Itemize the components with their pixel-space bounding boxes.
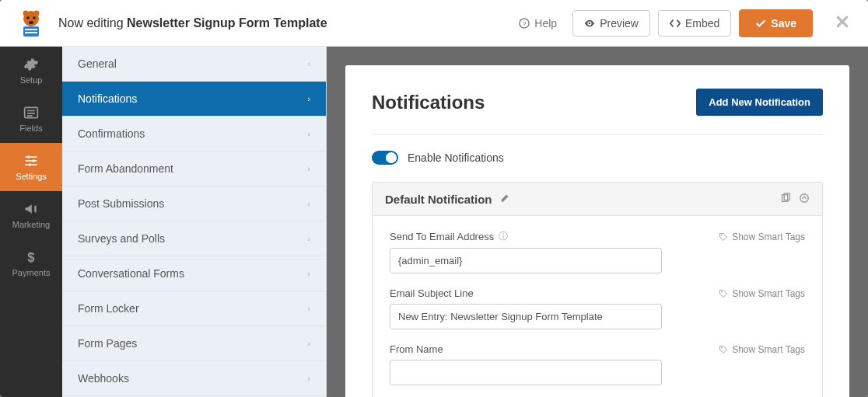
help-icon: ? bbox=[519, 18, 530, 29]
main-area: Notifications Add New Notification Enabl… bbox=[327, 47, 868, 397]
preview-button[interactable]: Preview bbox=[572, 10, 650, 37]
rail-item-marketing[interactable]: Marketing bbox=[0, 191, 62, 239]
collapse-icon[interactable] bbox=[799, 193, 810, 206]
dollar-icon: $ bbox=[23, 249, 39, 265]
chevron-right-icon: › bbox=[307, 94, 310, 103]
chevron-right-icon: › bbox=[307, 129, 310, 138]
enable-notifications-label: Enable Notifications bbox=[408, 151, 504, 164]
sidebar-item-surveys[interactable]: Surveys and Polls› bbox=[62, 221, 326, 256]
notification-title: Default Notification bbox=[385, 193, 492, 206]
svg-rect-6 bbox=[23, 26, 39, 37]
rail-item-fields[interactable]: Fields bbox=[0, 95, 62, 143]
svg-point-28 bbox=[721, 347, 723, 349]
svg-point-11 bbox=[589, 22, 591, 24]
svg-point-2 bbox=[34, 10, 40, 16]
tag-icon bbox=[719, 289, 728, 298]
sidebar-item-form-abandonment[interactable]: Form Abandonment› bbox=[62, 151, 326, 186]
chevron-right-icon: › bbox=[307, 164, 310, 173]
tag-icon bbox=[719, 345, 728, 354]
check-icon bbox=[755, 18, 766, 29]
notifications-panel: Notifications Add New Notification Enabl… bbox=[345, 65, 849, 397]
svg-text:?: ? bbox=[523, 19, 527, 27]
top-bar: Now editing Newsletter Signup Form Templ… bbox=[0, 0, 868, 47]
nav-rail: Setup Fields Settings Marketing $ Paymen… bbox=[0, 47, 62, 397]
list-icon bbox=[23, 105, 39, 120]
megaphone-icon bbox=[23, 201, 39, 217]
sidebar-item-form-pages[interactable]: Form Pages› bbox=[62, 326, 326, 361]
sliders-icon bbox=[23, 153, 39, 169]
svg-text:$: $ bbox=[27, 250, 35, 265]
sidebar-item-notifications[interactable]: Notifications› bbox=[62, 82, 326, 117]
chevron-right-icon: › bbox=[307, 374, 310, 383]
send-to-input[interactable] bbox=[390, 248, 662, 273]
duplicate-icon[interactable] bbox=[780, 193, 791, 206]
save-button[interactable]: Save bbox=[739, 9, 813, 37]
rail-item-payments[interactable]: $ Payments bbox=[0, 239, 62, 287]
sidebar-item-form-locker[interactable]: Form Locker› bbox=[62, 291, 326, 326]
add-notification-button[interactable]: Add New Notification bbox=[696, 89, 823, 116]
app-logo bbox=[16, 8, 47, 39]
svg-point-4 bbox=[33, 16, 36, 19]
chevron-right-icon: › bbox=[307, 269, 310, 278]
svg-point-25 bbox=[800, 193, 809, 202]
close-button[interactable] bbox=[832, 10, 852, 37]
svg-point-19 bbox=[27, 155, 30, 158]
smart-tags-link[interactable]: Show Smart Tags bbox=[719, 288, 805, 299]
embed-button[interactable]: Embed bbox=[658, 10, 731, 37]
from-name-input[interactable] bbox=[390, 360, 662, 385]
notification-card-header: Default Notification bbox=[373, 183, 822, 216]
sidebar-item-confirmations[interactable]: Confirmations› bbox=[62, 117, 326, 151]
help-icon[interactable]: ⓘ bbox=[499, 230, 508, 243]
tag-icon bbox=[719, 232, 728, 242]
chevron-right-icon: › bbox=[307, 304, 310, 313]
svg-point-26 bbox=[721, 235, 723, 236]
rail-item-setup[interactable]: Setup bbox=[0, 47, 62, 95]
rail-item-settings[interactable]: Settings bbox=[0, 143, 62, 191]
smart-tags-link[interactable]: Show Smart Tags bbox=[719, 232, 805, 242]
chevron-right-icon: › bbox=[307, 234, 310, 243]
svg-point-1 bbox=[23, 10, 29, 16]
svg-point-5 bbox=[29, 21, 33, 24]
sidebar-item-conversational[interactable]: Conversational Forms› bbox=[62, 256, 326, 291]
subject-input[interactable] bbox=[390, 304, 662, 329]
svg-point-20 bbox=[33, 159, 35, 162]
svg-rect-8 bbox=[25, 32, 37, 33]
chevron-right-icon: › bbox=[307, 199, 310, 208]
gear-icon bbox=[23, 57, 39, 72]
svg-point-3 bbox=[26, 16, 30, 19]
enable-notifications-toggle[interactable] bbox=[372, 151, 398, 165]
sidebar-item-webhooks[interactable]: Webhooks› bbox=[62, 361, 326, 396]
divider bbox=[372, 134, 823, 135]
send-to-label: Send To Email Address ⓘ bbox=[390, 230, 508, 243]
sidebar-item-post-submissions[interactable]: Post Submissions› bbox=[62, 186, 326, 221]
code-icon bbox=[670, 18, 681, 29]
editing-label: Now editing Newsletter Signup Form Templ… bbox=[58, 16, 327, 30]
edit-icon[interactable] bbox=[500, 192, 510, 206]
from-name-label: From Name bbox=[390, 343, 443, 355]
subject-label: Email Subject Line bbox=[390, 287, 474, 299]
chevron-right-icon: › bbox=[307, 339, 310, 348]
sidebar-item-general[interactable]: General› bbox=[62, 47, 326, 82]
svg-rect-7 bbox=[25, 29, 37, 30]
eye-icon bbox=[584, 18, 595, 29]
smart-tags-link[interactable]: Show Smart Tags bbox=[719, 344, 805, 355]
notification-card: Default Notification Send To Email Ad bbox=[372, 182, 823, 397]
help-link[interactable]: ? Help bbox=[511, 12, 565, 34]
svg-point-21 bbox=[29, 163, 31, 165]
svg-point-27 bbox=[721, 291, 723, 293]
close-icon bbox=[835, 15, 849, 29]
panel-title: Notifications bbox=[372, 92, 485, 113]
chevron-right-icon: › bbox=[307, 59, 310, 68]
settings-sidebar: General› Notifications› Confirmations› F… bbox=[62, 47, 327, 397]
form-name: Newsletter Signup Form Template bbox=[127, 16, 327, 30]
